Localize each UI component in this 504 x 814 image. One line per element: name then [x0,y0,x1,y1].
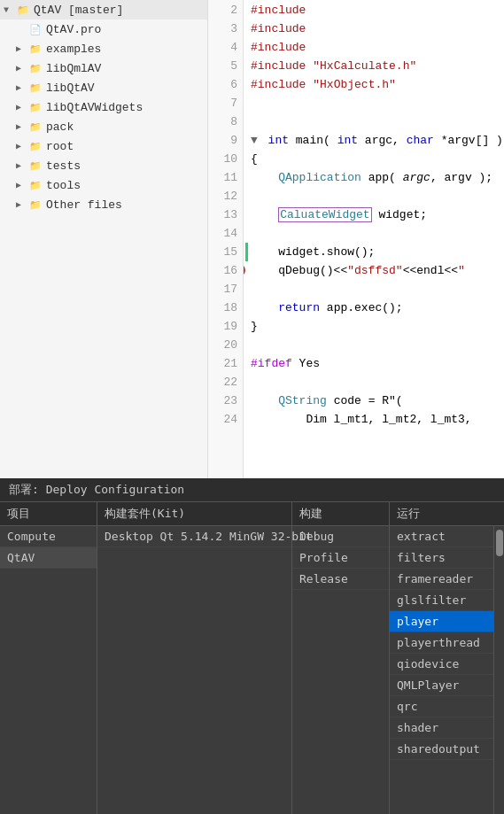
line-number: 9 [208,131,237,150]
code-text: QApplication app( argc, argv ); [251,168,492,187]
line-number: 10 [208,150,237,168]
code-line [251,336,504,354]
code-line: widget.show(); [251,243,504,261]
tree-item-label: root [46,140,74,153]
line-number: 18 [208,298,237,317]
code-text: #include [251,1,313,19]
code-line: #include "HxObject.h" [251,75,504,94]
run-cell[interactable]: framereader [390,569,493,590]
panel-columns: 项目 构建套件(Kit) 构建 运行 [0,502,504,526]
line-number: 15 [208,243,237,261]
tree-folder-icon: 📁 [28,62,43,74]
run-cell[interactable]: QMLPlayer [390,675,493,696]
build-cell[interactable]: Profile [292,547,389,569]
scrollbar-spacer [493,502,504,526]
tree-folder-icon: 📁 [28,159,43,172]
expand-arrow: ▼ [251,131,265,150]
scrollbar-thumb[interactable] [496,530,503,556]
code-line: #include [251,19,504,38]
code-text: return app.exec(); [251,298,403,317]
code-text: Dim l_mt1, l_mt2, l_mt3, [251,410,472,429]
run-cell[interactable]: glslfilter [390,590,493,611]
project-cells: ComputeQtAV [0,526,97,814]
code-line: } [251,317,504,336]
line-number: 7 [208,94,237,112]
col-header-kit: 构建套件(Kit) [97,502,292,526]
line-number: 4 [208,38,237,57]
code-text: int main( int argc, char *argv[] ) [268,131,503,150]
code-editor: 23456789101112131415161718192021222324 #… [208,0,504,478]
scrollbar[interactable] [493,526,504,814]
tree-item[interactable]: 📄QtAV.pro [0,19,207,39]
tree-folder-icon: 📁 [28,101,43,113]
tree-arrow: ▶ [16,160,28,171]
tree-arrow: ▶ [16,180,28,190]
line-number: 24 [208,410,237,429]
breakpoint-icon [244,264,245,276]
code-line: QString code = R"( [251,391,504,410]
tree-root[interactable]: ▼ 📁 QtAV [master] [0,0,207,19]
run-cell[interactable]: shader [390,717,493,739]
tree-arrow: ▶ [16,121,28,132]
run-col-wrapper: extractfiltersframereaderglslfilterplaye… [390,526,493,814]
tree-item-label: libQtAVWidgets [46,101,143,114]
bottom-panel: 部署: Deploy Configuration 项目 构建套件(Kit) 构建… [0,478,504,814]
run-cell[interactable]: playerthread [390,632,493,654]
tree-item-label: pack [46,120,74,134]
line-number: 16 [208,261,237,280]
code-line: qDebug()<<"dsffsd"<<endl<<" [251,261,504,280]
tree-item-label: QtAV.pro [46,23,101,36]
tree-item[interactable]: ▶📁tests [0,156,207,175]
tree-item[interactable]: ▶📁libQtAV [0,78,207,97]
tree-item[interactable]: ▶📁root [0,136,207,156]
tree-item-label: examples [46,43,101,56]
run-cell[interactable]: filters [390,547,493,569]
tree-item-label: Other files [46,198,122,212]
line-number: 21 [208,354,237,373]
project-cell[interactable]: QtAV [0,547,97,569]
line-number: 2 [208,1,237,19]
code-line [251,94,504,112]
run-cell[interactable]: extract [390,526,493,547]
tree-arrow: ▶ [16,82,28,93]
root-arrow: ▼ [4,5,16,15]
tree-folder-icon: 📄 [28,23,43,35]
line-number: 11 [208,168,237,187]
tree-folder-icon: 📁 [28,81,43,94]
tree-folder-icon: 📁 [28,120,43,133]
run-cell[interactable]: qiodevice [390,654,493,675]
code-text: { [251,150,258,168]
tree-item[interactable]: ▶📁Other files [0,195,207,214]
line-number: 17 [208,280,237,298]
run-cell[interactable]: sharedoutput [390,739,493,760]
code-text: widget.show(); [251,243,375,261]
tree-item[interactable]: ▶📁libQmlAV [0,58,207,78]
panel-body: ComputeQtAV Desktop Qt 5.14.2 MinGW 32-b… [0,526,504,814]
code-text: #include "HxCalculate.h" [251,57,416,75]
line-number: 5 [208,57,237,75]
run-cell[interactable]: qrc [390,696,493,717]
code-text: #include "HxObject.h" [251,75,396,94]
build-cell[interactable]: Debug [292,526,389,547]
tree-items: 📄QtAV.pro▶📁examples▶📁libQmlAV▶📁libQtAV▶📁… [0,19,207,214]
code-text: CaluateWidget widget; [251,205,427,224]
build-cell[interactable]: Release [292,569,389,590]
tree-folder-icon: 📁 [28,179,43,191]
tree-item[interactable]: ▶📁tools [0,175,207,195]
tree-item[interactable]: ▶📁pack [0,117,207,136]
code-text: qDebug()<<"dsffsd"<<endl<<" [251,261,465,280]
line-number: 14 [208,224,237,243]
code-text: QString code = R"( [251,391,403,410]
tree-item[interactable]: ▶📁libQtAVWidgets [0,97,207,117]
tree-arrow: ▶ [16,199,28,210]
tree-item-label: tests [46,159,81,173]
code-line: ▼ int main( int argc, char *argv[] ) [251,131,504,150]
kit-cell[interactable]: Desktop Qt 5.14.2 MinGW 32-bit [97,526,291,547]
code-text: #ifdef Yes [251,354,320,373]
tree-item[interactable]: ▶📁examples [0,39,207,58]
tree-arrow: ▶ [16,141,28,151]
col-header-run: 运行 [390,502,493,526]
project-cell[interactable]: Compute [0,526,97,547]
run-cell[interactable]: player [390,611,493,632]
tree-folder-icon: 📁 [28,140,43,152]
